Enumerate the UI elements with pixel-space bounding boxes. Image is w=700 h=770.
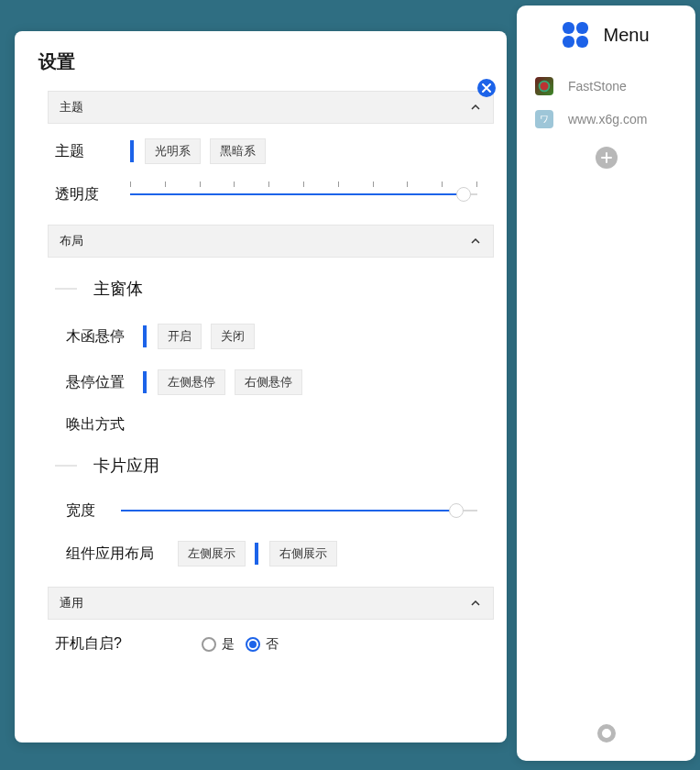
- menu-item-faststone[interactable]: FastStone: [517, 70, 695, 103]
- menu-panel: Menu FastStone ワ www.x6g.com: [517, 6, 695, 761]
- hover-option-on[interactable]: 开启: [158, 324, 202, 349]
- close-button[interactable]: [477, 79, 496, 97]
- subsection-main-window: 主窗体: [93, 278, 143, 300]
- widget-layout-right[interactable]: 右侧展示: [269, 541, 337, 566]
- divider: [55, 465, 77, 467]
- hover-label: 木函悬停: [66, 327, 125, 346]
- autostart-radio-yes[interactable]: [202, 637, 216, 652]
- subsection-card-app: 卡片应用: [93, 455, 159, 477]
- menu-title: Menu: [603, 25, 649, 46]
- opacity-slider[interactable]: [130, 184, 477, 204]
- section-header-general[interactable]: 通用: [48, 587, 494, 620]
- settings-panel: 设置 主题 主题 光明系 黑暗系 透明度 布局: [15, 31, 507, 742]
- theme-label: 主题: [55, 142, 112, 161]
- trigger-label: 唤出方式: [66, 415, 125, 434]
- add-button[interactable]: [596, 147, 618, 169]
- faststone-icon: [535, 77, 553, 95]
- chevron-up-icon: [469, 235, 482, 248]
- widget-layout-left[interactable]: 左侧展示: [178, 541, 246, 566]
- menu-logo-icon: [563, 22, 588, 48]
- settings-button[interactable]: [597, 724, 616, 742]
- section-header-theme[interactable]: 主题: [48, 91, 494, 124]
- section-header-label: 布局: [60, 233, 83, 249]
- close-icon: [481, 82, 492, 94]
- segment-indicator: [130, 140, 134, 162]
- width-slider[interactable]: [121, 500, 477, 521]
- settings-title: 设置: [38, 50, 494, 74]
- menu-item-x6g[interactable]: ワ www.x6g.com: [517, 103, 695, 136]
- hover-position-label: 悬停位置: [66, 373, 125, 392]
- section-header-label: 主题: [60, 99, 83, 116]
- plus-icon: [600, 151, 613, 164]
- segment-indicator: [255, 543, 258, 565]
- menu-item-label: www.x6g.com: [568, 112, 647, 126]
- segment-indicator: [143, 371, 147, 393]
- opacity-label: 透明度: [55, 185, 112, 204]
- hover-position-left[interactable]: 左侧悬停: [158, 369, 225, 395]
- slider-thumb[interactable]: [456, 187, 471, 202]
- theme-option-light[interactable]: 光明系: [145, 138, 201, 164]
- svg-point-0: [540, 82, 550, 92]
- chevron-up-icon: [469, 597, 482, 610]
- hover-position-right[interactable]: 右侧悬停: [235, 369, 302, 395]
- chevron-up-icon: [469, 101, 482, 114]
- square-icon: ワ: [535, 110, 553, 128]
- section-header-layout[interactable]: 布局: [48, 225, 494, 258]
- widget-layout-label: 组件应用布局: [66, 544, 159, 564]
- width-label: 宽度: [66, 501, 103, 521]
- radio-label-yes: 是: [222, 636, 235, 653]
- menu-item-label: FastStone: [568, 79, 627, 94]
- section-header-label: 通用: [60, 595, 83, 611]
- theme-option-dark[interactable]: 黑暗系: [210, 138, 266, 164]
- radio-label-no: 否: [266, 636, 279, 653]
- segment-indicator: [143, 325, 147, 347]
- hover-option-off[interactable]: 关闭: [211, 324, 255, 349]
- autostart-radio-no[interactable]: [246, 637, 260, 652]
- slider-thumb[interactable]: [449, 503, 464, 518]
- autostart-label: 开机自启?: [55, 634, 148, 654]
- divider: [55, 288, 77, 290]
